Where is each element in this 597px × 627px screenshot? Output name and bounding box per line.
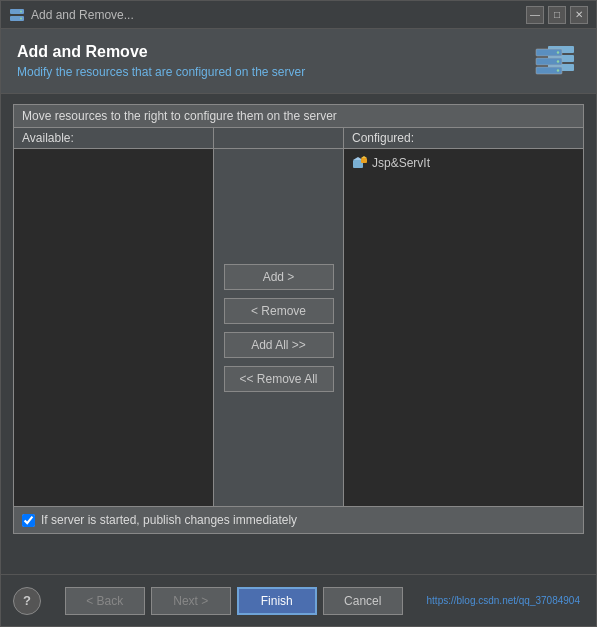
svg-point-11 (557, 60, 559, 62)
svg-point-12 (557, 69, 559, 71)
columns-body: Add > < Remove Add All >> << Remove All (14, 149, 583, 506)
list-item: Jsp&ServIt (348, 153, 579, 173)
window-icon (9, 7, 25, 23)
header: Add and Remove Modify the resources that… (1, 29, 596, 94)
help-button[interactable]: ? (13, 587, 41, 615)
publish-checkbox[interactable] (22, 514, 35, 527)
configured-list[interactable]: Jsp&ServIt (344, 149, 583, 506)
item-name: Jsp&ServIt (372, 156, 430, 170)
window: Add and Remove... — □ ✕ Add and Remove M… (0, 0, 597, 627)
next-button[interactable]: Next > (151, 587, 231, 615)
add-button[interactable]: Add > (224, 264, 334, 290)
svg-point-3 (20, 17, 22, 19)
back-button[interactable]: < Back (65, 587, 145, 615)
instruction-bar: Move resources to the right to configure… (14, 105, 583, 128)
spacer (13, 534, 584, 564)
remove-button[interactable]: < Remove (224, 298, 334, 324)
svg-marker-16 (361, 156, 367, 158)
available-header: Available: (14, 128, 214, 148)
title-bar-text: Add and Remove... (31, 8, 526, 22)
columns-header: Available: Configured: (14, 128, 583, 149)
configured-header: Configured: (344, 128, 583, 148)
svg-rect-15 (361, 158, 367, 163)
svg-point-2 (20, 10, 22, 12)
maximize-button[interactable]: □ (548, 6, 566, 24)
finish-button[interactable]: Finish (237, 587, 317, 615)
title-bar-controls: — □ ✕ (526, 6, 588, 24)
remove-all-button[interactable]: << Remove All (224, 366, 334, 392)
header-subtitle: Modify the resources that are configured… (17, 65, 530, 79)
footer-buttons: < Back Next > Finish Cancel (41, 587, 427, 615)
available-list[interactable] (14, 149, 214, 506)
content: Move resources to the right to configure… (1, 94, 596, 574)
checkbox-row: If server is started, publish changes im… (14, 506, 583, 533)
main-panel: Move resources to the right to configure… (13, 104, 584, 534)
watermark: https://blog.csdn.net/qq_37084904 (427, 595, 584, 606)
middle-header (214, 128, 344, 148)
title-bar: Add and Remove... — □ ✕ (1, 1, 596, 29)
item-icon (352, 155, 368, 171)
svg-point-10 (557, 51, 559, 53)
server-icon (530, 41, 580, 81)
header-title: Add and Remove (17, 43, 530, 61)
add-all-button[interactable]: Add All >> (224, 332, 334, 358)
cancel-button[interactable]: Cancel (323, 587, 403, 615)
minimize-button[interactable]: — (526, 6, 544, 24)
checkbox-label: If server is started, publish changes im… (41, 513, 297, 527)
footer: ? < Back Next > Finish Cancel https://bl… (1, 574, 596, 626)
header-text: Add and Remove Modify the resources that… (17, 43, 530, 79)
transfer-buttons: Add > < Remove Add All >> << Remove All (214, 149, 344, 506)
close-button[interactable]: ✕ (570, 6, 588, 24)
